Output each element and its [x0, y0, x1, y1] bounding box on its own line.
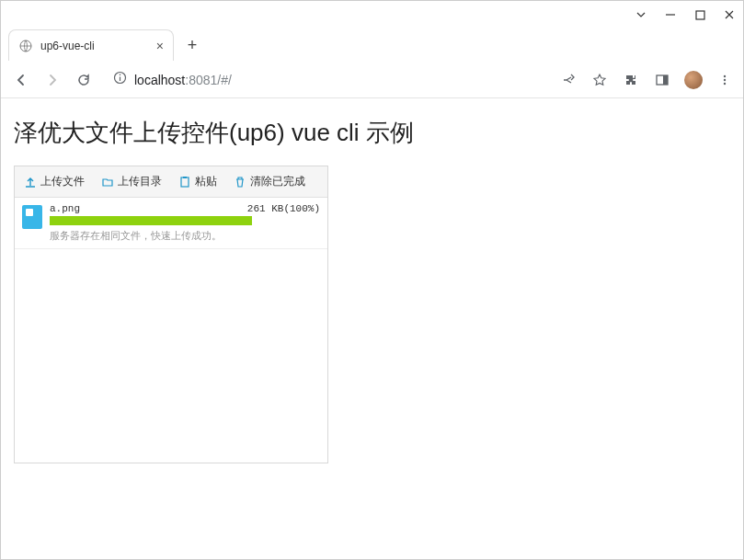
folder-icon: [101, 176, 114, 189]
svg-point-5: [120, 74, 121, 75]
tab-close-icon[interactable]: ×: [156, 39, 164, 53]
file-header: a.png 261 KB(100%): [50, 203, 320, 214]
file-body: a.png 261 KB(100%) 服务器存在相同文件，快速上传成功。: [50, 203, 320, 243]
info-icon[interactable]: [113, 71, 127, 88]
file-type-icon: [22, 205, 42, 229]
svg-rect-12: [183, 177, 187, 178]
svg-point-9: [724, 78, 726, 80]
file-status: 服务器存在相同文件，快速上传成功。: [50, 229, 320, 243]
reload-button[interactable]: [73, 69, 95, 91]
svg-rect-7: [663, 75, 668, 85]
clear-done-button[interactable]: 清除已完成: [234, 174, 305, 189]
progress-fill: [50, 216, 252, 225]
avatar[interactable]: [684, 71, 703, 89]
file-list[interactable]: a.png 261 KB(100%) 服务器存在相同文件，快速上传成功。: [15, 198, 327, 463]
extension-puzzle-icon[interactable]: [622, 71, 640, 89]
upload-icon: [24, 176, 37, 189]
svg-rect-11: [181, 177, 189, 187]
clipboard-icon: [178, 176, 191, 189]
maximize-icon[interactable]: [693, 8, 706, 21]
window-controls: [1, 1, 743, 29]
progress-bar: [50, 216, 252, 225]
page-title: 泽优大文件上传控件(up6) vue cli 示例: [14, 117, 730, 149]
tab-title: up6-vue-cli: [40, 40, 149, 52]
menu-icon[interactable]: [715, 71, 734, 89]
clear-done-label: 清除已完成: [250, 174, 305, 189]
share-icon[interactable]: [559, 71, 578, 89]
svg-rect-1: [696, 11, 704, 19]
file-item: a.png 261 KB(100%) 服务器存在相同文件，快速上传成功。: [15, 198, 327, 249]
page-content: 泽优大文件上传控件(up6) vue cli 示例 上传文件 上传目录 粘贴: [1, 98, 743, 482]
panel-icon[interactable]: [653, 71, 671, 89]
browser-chrome: up6-vue-cli × + localhost:8081/#/: [1, 1, 743, 98]
upload-toolbar: 上传文件 上传目录 粘贴 清除已完成: [15, 166, 327, 198]
upload-file-label: 上传文件: [40, 174, 85, 189]
new-tab-button[interactable]: +: [179, 32, 205, 58]
minimize-icon[interactable]: [664, 8, 677, 21]
close-icon[interactable]: [723, 8, 736, 21]
file-size-progress: 261 KB(100%): [247, 203, 320, 214]
back-button[interactable]: [10, 69, 32, 91]
chevron-down-icon[interactable]: [635, 8, 647, 21]
tab-bar: up6-vue-cli × +: [1, 29, 743, 62]
file-name: a.png: [50, 203, 80, 214]
paste-button[interactable]: 粘贴: [178, 174, 217, 189]
upload-panel: 上传文件 上传目录 粘贴 清除已完成: [14, 166, 328, 463]
upload-file-button[interactable]: 上传文件: [24, 174, 85, 189]
trash-icon: [234, 176, 246, 189]
url-field[interactable]: localhost:8081/#/: [104, 66, 550, 94]
upload-folder-button[interactable]: 上传目录: [101, 174, 162, 189]
upload-folder-label: 上传目录: [118, 174, 162, 189]
address-bar: localhost:8081/#/: [1, 62, 743, 98]
url-text: localhost:8081/#/: [134, 73, 232, 87]
extension-icons: [559, 71, 734, 89]
browser-tab[interactable]: up6-vue-cli ×: [8, 29, 174, 61]
star-icon[interactable]: [590, 71, 609, 89]
paste-label: 粘贴: [195, 174, 217, 189]
svg-point-8: [724, 74, 726, 76]
globe-icon: [18, 39, 33, 53]
forward-button[interactable]: [41, 69, 63, 91]
svg-point-10: [724, 82, 726, 84]
